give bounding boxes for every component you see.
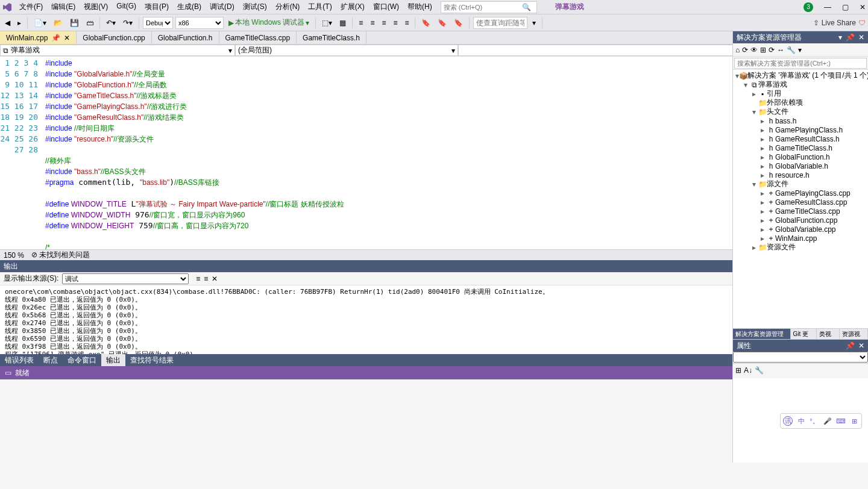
tree-node[interactable]: ▸h GamePlayingClass.h: [733, 125, 868, 134]
menu-item[interactable]: 项目(P): [141, 1, 172, 13]
ime-icon[interactable]: 讯: [783, 416, 793, 426]
find-icon[interactable]: ▾: [530, 17, 538, 28]
config-select[interactable]: Debug: [143, 17, 173, 29]
tool-icon[interactable]: ⊞: [760, 46, 766, 54]
code-content[interactable]: #include #include "GlobalVariable.h"//全局…: [45, 57, 832, 249]
nav-scope-combo[interactable]: (全局范围) ▾: [235, 45, 458, 56]
issues-status[interactable]: 未找到相关问题: [39, 251, 90, 259]
tree-node[interactable]: ▸h GlobalVariable.h: [733, 161, 868, 170]
dropdown-icon[interactable]: ▾: [838, 33, 842, 42]
account-badge-icon[interactable]: 3: [804, 2, 813, 12]
bottom-tab[interactable]: 查找符号结果: [125, 354, 178, 366]
ime-icon[interactable]: °。: [810, 416, 819, 426]
tree-node[interactable]: ▸h GameTitleClass.h: [733, 143, 868, 152]
maximize-icon[interactable]: ▢: [842, 3, 849, 11]
clear-icon[interactable]: ✕: [212, 275, 218, 283]
tree-node[interactable]: ▸h resource.h: [733, 170, 868, 179]
bottom-tab[interactable]: 错误列表: [0, 354, 39, 366]
solution-tree[interactable]: ▾📦 解决方案 '弹幕游戏' (1 个项目/共 1 个)▾⧉ 弹幕游戏▸▪ 引用…: [733, 70, 868, 328]
tool-icon[interactable]: 👁: [750, 46, 758, 54]
close-icon[interactable]: ✕: [858, 33, 864, 42]
ime-mic-icon[interactable]: 🎤: [823, 416, 832, 426]
indent-icon[interactable]: ≡: [356, 17, 365, 28]
liveshare-button[interactable]: ⇪ Live Share 🛡: [813, 19, 866, 27]
ime-toolbar[interactable]: 讯 中 °。 🎤 ⌨ ⊞: [780, 413, 862, 429]
menu-item[interactable]: 分析(N): [272, 1, 304, 13]
document-tab[interactable]: GameTitleClass.h: [297, 31, 366, 44]
document-tab[interactable]: GameTitleClass.cpp: [219, 31, 297, 44]
home-icon[interactable]: ⌂: [735, 46, 740, 54]
document-tab[interactable]: GlobalFunction.cpp: [77, 31, 151, 44]
clear-icon[interactable]: ≡: [196, 275, 200, 283]
right-tab[interactable]: 类视图: [817, 329, 840, 339]
open-icon[interactable]: 📂: [51, 17, 65, 28]
ime-grid-icon[interactable]: ⊞: [849, 416, 859, 426]
tree-node[interactable]: ▸+ GlobalVariable.cpp: [733, 225, 868, 234]
tree-node[interactable]: ▸+ WinMain.cpp: [733, 234, 868, 243]
nav-project-combo[interactable]: ⧉ 弹幕游戏 ▾: [0, 45, 235, 56]
tree-node[interactable]: ▸+ GameTitleClass.cpp: [733, 207, 868, 216]
categorize-icon[interactable]: ⊞: [735, 366, 741, 376]
bookmark-icon[interactable]: 🔖: [435, 17, 449, 28]
platform-select[interactable]: x86: [175, 17, 224, 29]
tree-node[interactable]: ▸▪ 引用: [733, 89, 868, 98]
document-tab[interactable]: GlobalFunction.h: [152, 31, 219, 44]
tree-node[interactable]: ▸+ GameResultClass.cpp: [733, 198, 868, 207]
pin-icon[interactable]: 📌: [51, 34, 60, 42]
menu-item[interactable]: 视图(V): [80, 1, 112, 13]
right-tab[interactable]: 资源视图: [840, 329, 868, 339]
props-select[interactable]: [733, 352, 868, 363]
quick-search[interactable]: 🔍: [441, 1, 537, 13]
tree-node[interactable]: ▾📦 解决方案 '弹幕游戏' (1 个项目/共 1 个): [733, 71, 868, 80]
save-icon[interactable]: 💾: [68, 17, 81, 28]
bookmark-icon[interactable]: 🔖: [419, 17, 433, 28]
tool-icon[interactable]: ▾: [798, 46, 802, 54]
tool-icon[interactable]: ▦: [337, 17, 348, 28]
tree-node[interactable]: ▾📁 头文件: [733, 107, 868, 116]
new-file-icon[interactable]: 📄▾: [31, 17, 49, 28]
menu-item[interactable]: 文件(F): [16, 1, 46, 13]
tree-node[interactable]: ▸📁 资源文件: [733, 243, 868, 252]
document-tab[interactable]: WinMain.cpp 📌 ✕: [0, 31, 77, 44]
tool-icon[interactable]: 🔧: [787, 46, 796, 54]
menu-item[interactable]: 调试(D): [206, 1, 238, 13]
tree-node[interactable]: ▸h GameResultClass.h: [733, 134, 868, 143]
ime-kbd-icon[interactable]: ⌨: [836, 416, 846, 426]
redo-icon[interactable]: ↷▾: [121, 17, 135, 28]
close-icon[interactable]: ✕: [858, 341, 864, 350]
minimize-icon[interactable]: —: [824, 3, 831, 11]
tree-node[interactable]: ▸h bass.h: [733, 116, 868, 125]
menu-item[interactable]: 帮助(H): [404, 1, 436, 13]
search-icon[interactable]: 🔍: [522, 3, 531, 11]
zoom-level[interactable]: 150 %: [4, 251, 24, 260]
bottom-tab[interactable]: 断点: [39, 354, 63, 366]
menu-item[interactable]: 工具(T): [304, 1, 335, 13]
menu-item[interactable]: 扩展(X): [337, 1, 368, 13]
find-input[interactable]: [473, 17, 527, 29]
pin-icon[interactable]: 📌: [846, 33, 855, 42]
indent-icon[interactable]: ≡: [368, 17, 377, 28]
wrap-icon[interactable]: ≡: [204, 275, 208, 283]
tree-node[interactable]: ▸h GlobalFunction.h: [733, 152, 868, 161]
nav-fwd-icon[interactable]: ▸: [15, 17, 24, 28]
menu-item[interactable]: 测试(S): [239, 1, 271, 13]
tree-node[interactable]: ▸+ GlobalFunction.cpp: [733, 216, 868, 225]
tool-icon[interactable]: ⬚▾: [319, 17, 335, 28]
menu-item[interactable]: 窗口(W): [370, 1, 403, 13]
right-tab[interactable]: Git 更改: [791, 329, 817, 339]
comment-icon[interactable]: ≡: [391, 17, 400, 28]
menu-item[interactable]: 生成(B): [174, 1, 205, 13]
output-source-select[interactable]: 调试: [62, 273, 189, 284]
menu-item[interactable]: 编辑(E): [48, 1, 79, 13]
tree-node[interactable]: ▾⧉ 弹幕游戏: [733, 80, 868, 89]
bookmark-icon[interactable]: 🔖: [451, 17, 465, 28]
props-icon[interactable]: 🔧: [755, 366, 764, 376]
indent-icon[interactable]: ≡: [379, 17, 388, 28]
tool-icon[interactable]: ⟳: [769, 46, 775, 54]
tree-node[interactable]: 📁 外部依赖项: [733, 98, 868, 107]
bottom-tab[interactable]: 输出: [101, 354, 125, 366]
tool-icon[interactable]: ⟳: [742, 46, 748, 54]
right-tab[interactable]: 解决方案资源管理器: [733, 329, 791, 339]
start-debug-button[interactable]: ▶ 本地 Windows 调试器 ▾: [226, 16, 312, 29]
alpha-icon[interactable]: A↓: [744, 366, 752, 376]
